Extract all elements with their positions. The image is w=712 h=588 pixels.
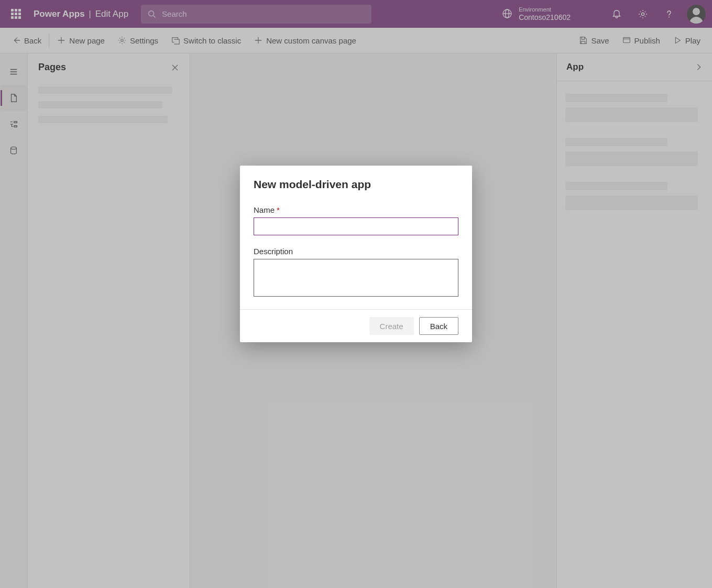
description-label: Description bbox=[254, 247, 458, 256]
name-label: Name * bbox=[254, 205, 458, 214]
name-input[interactable] bbox=[254, 217, 458, 235]
dialog-title: New model-driven app bbox=[254, 178, 458, 191]
description-input[interactable] bbox=[254, 259, 458, 297]
modal-overlay: New model-driven app Name * Description … bbox=[0, 0, 712, 588]
dialog-footer: Create Back bbox=[240, 309, 472, 342]
dialog-back-button[interactable]: Back bbox=[419, 317, 458, 335]
required-asterisk: * bbox=[277, 205, 280, 214]
new-app-dialog: New model-driven app Name * Description … bbox=[240, 166, 472, 342]
create-button[interactable]: Create bbox=[369, 317, 414, 335]
